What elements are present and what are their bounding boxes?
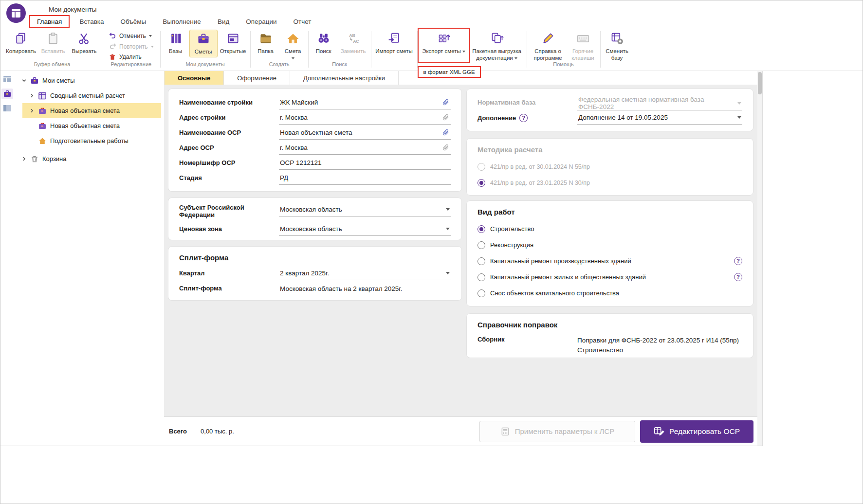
ribbon-redo-button: Повторить (109, 42, 154, 51)
corrections-title: Справочник поправок (477, 321, 742, 329)
tree-item-trash[interactable]: Корзина (15, 151, 164, 166)
normative-base-card: Нормативная база Федеральная сметная нор… (466, 89, 753, 131)
folder-icon (258, 31, 273, 46)
quarter-select[interactable]: 2 квартал 2025г. (279, 267, 451, 280)
help-icon[interactable]: ? (734, 273, 742, 281)
ribbon-change-base-button[interactable]: Сменить базу (602, 30, 632, 63)
radio-unselected-icon[interactable] (477, 273, 485, 281)
dropdown-chevron-icon[interactable] (446, 272, 450, 274)
annotation-export-format-label: в формат XML GGE (418, 66, 481, 78)
group-label-empty (602, 61, 632, 70)
edit-osr-button[interactable]: Редактировать ОСР (640, 420, 753, 443)
chevron-right-icon[interactable] (29, 108, 35, 113)
chevron-down-icon[interactable] (462, 51, 465, 53)
radio-selected-icon[interactable] (477, 225, 485, 233)
tab-formatting[interactable]: Оформление (224, 71, 290, 85)
scissors-icon (77, 31, 92, 46)
chevron-down-icon[interactable] (514, 57, 517, 59)
ribbon-search-button[interactable]: Поиск (310, 30, 337, 56)
ribbon-export-button[interactable]: Экспорт сметы (419, 30, 469, 56)
paperclip-icon[interactable] (442, 114, 450, 122)
ribbon-new-estimate-button[interactable]: Смета (279, 30, 307, 61)
dropdown-chevron-icon[interactable] (446, 228, 450, 230)
import-icon (387, 31, 402, 46)
price-zone-label: Ценовая зона (179, 222, 279, 233)
ribbon-batch-upload-button[interactable]: Пакетная выгрузка документации (469, 30, 525, 63)
ribbon-bases-button[interactable]: Базы (162, 30, 189, 56)
stage-input[interactable]: РД (279, 171, 451, 185)
method-option-label: 421/пр в ред. от 30.01.2024 N 55/пр (490, 163, 590, 170)
ribbon-folder-button[interactable]: Папка (252, 30, 279, 56)
group-label-empty (373, 61, 416, 70)
menu-tab-operations[interactable]: Операции (239, 16, 283, 27)
ribbon-divider (600, 31, 601, 68)
tree-item-my-estimates[interactable]: Мои сметы (15, 73, 164, 88)
ribbon-divider (102, 31, 102, 68)
tree-item-new-object-estimate-2[interactable]: Новая объектная смета (15, 118, 164, 133)
chevron-down-icon[interactable] (292, 57, 294, 59)
dropdown-chevron-icon[interactable] (737, 116, 741, 119)
content-bottom-divider (0, 446, 763, 446)
tree-item-preparatory-works[interactable]: Подготовительные работы (15, 133, 164, 148)
redo-label: Повторить (119, 43, 148, 50)
ribbon-group-my-documents: Базы Сметы Открытые Мои документы (162, 28, 249, 71)
addition-select[interactable]: Дополнение 14 от 19.05.2025 (577, 111, 742, 125)
app-logo-icon (6, 3, 26, 23)
osr-address-input[interactable]: г. Москва (279, 141, 451, 155)
radio-unselected-icon[interactable] (477, 289, 485, 297)
vertical-scrollbar[interactable] (757, 71, 762, 446)
ribbon-help-about-button[interactable]: Справка о программе (529, 30, 568, 63)
strip-panels-icon[interactable] (1, 103, 13, 114)
delete-label: Удалить (119, 54, 142, 60)
tab-additional-settings[interactable]: Дополнительные настройки (290, 71, 399, 85)
menu-tab-main[interactable]: Главная (30, 16, 69, 27)
ribbon-copy-button[interactable]: Копировать (4, 30, 38, 56)
calculator-icon (500, 427, 510, 436)
construction-address-input[interactable]: г. Москва (279, 111, 451, 125)
tree-item-summary-calc[interactable]: Сводный сметный расчет (15, 88, 164, 103)
ribbon-import-button[interactable]: Импорт сметы (373, 30, 416, 56)
chevron-down-icon[interactable] (149, 35, 152, 37)
strip-table-icon[interactable] (1, 74, 13, 85)
paperclip-icon[interactable] (442, 144, 450, 152)
price-zone-select[interactable]: Московская область (279, 222, 451, 236)
worktype-option-demolition[interactable]: Снос объектов капитального строительства (477, 285, 742, 301)
apply-button-label: Применить параметры к ЛСР (515, 427, 615, 435)
menu-tab-execution[interactable]: Выполнение (156, 16, 208, 27)
osr-name-input[interactable]: Новая объектная смета (279, 126, 451, 140)
tab-main-params[interactable]: Основные (165, 71, 224, 85)
chevron-right-icon[interactable] (29, 93, 35, 98)
ribbon-opened-button[interactable]: Открытые (218, 30, 249, 56)
chevron-right-icon[interactable] (21, 156, 27, 162)
tree-item-new-object-estimate[interactable]: Новая объектная смета (22, 103, 161, 118)
scrollbar-thumb[interactable] (758, 72, 762, 94)
radio-unselected-icon[interactable] (477, 241, 485, 249)
batch-upload-icon (490, 31, 504, 46)
ribbon-estimates-button[interactable]: Сметы (189, 30, 218, 57)
worktype-option-reconstruction[interactable]: Реконструкция (477, 237, 742, 253)
menu-tab-volumes[interactable]: Объёмы (114, 16, 153, 27)
paperclip-icon[interactable] (442, 129, 450, 137)
region-subject-select[interactable]: Московская область (279, 203, 451, 216)
chevron-down-icon[interactable] (21, 78, 27, 83)
ribbon-group-search: Поиск АВАС Заменить Поиск (310, 28, 369, 71)
addition-label: Дополнение ? (477, 111, 577, 122)
worktype-option-capital-residential[interactable]: Капитальный ремонт жилых и общественных … (477, 269, 742, 285)
undo-icon (109, 32, 116, 40)
menu-tab-view[interactable]: Вид (211, 16, 236, 27)
menu-tab-insert[interactable]: Вставка (73, 16, 110, 27)
dropdown-chevron-icon[interactable] (446, 208, 450, 211)
osr-number-input[interactable]: ОСР 1212121 (279, 156, 451, 170)
worktype-option-capital-industrial[interactable]: Капитальный ремонт производственных здан… (477, 253, 742, 269)
radio-unselected-icon[interactable] (477, 257, 485, 265)
strip-briefcase-icon[interactable] (1, 89, 13, 99)
paperclip-icon[interactable] (442, 99, 450, 107)
ribbon-delete-button[interactable]: Удалить (109, 53, 142, 61)
ribbon-undo-button[interactable]: Отменить (109, 32, 152, 40)
menu-tab-report[interactable]: Отчет (286, 16, 318, 27)
construction-name-input[interactable]: ЖК Майский (279, 96, 451, 109)
help-icon[interactable]: ? (519, 114, 528, 122)
ribbon-cut-button[interactable]: Вырезать (68, 30, 100, 56)
help-icon[interactable]: ? (734, 257, 742, 265)
worktype-option-construction[interactable]: Строительство (477, 221, 742, 237)
